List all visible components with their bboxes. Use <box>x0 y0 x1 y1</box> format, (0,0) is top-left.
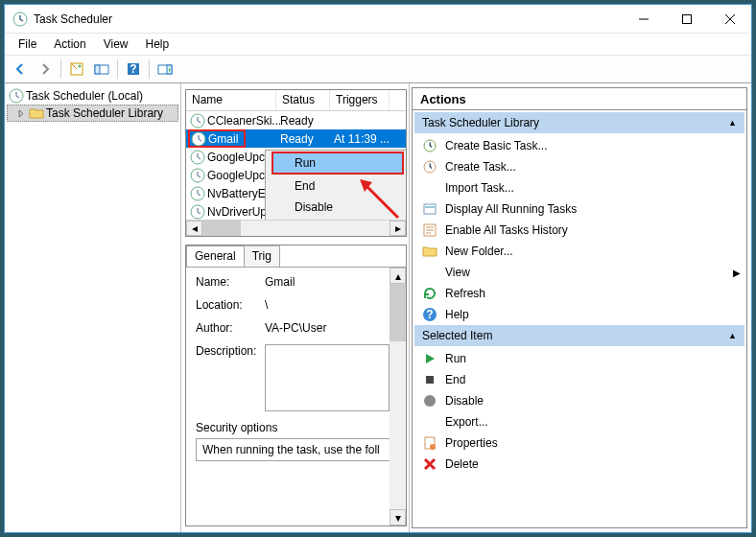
action-view[interactable]: View▶ <box>414 262 744 283</box>
col-name[interactable]: Name <box>186 90 276 110</box>
toolbar-separator <box>149 59 150 79</box>
delete-icon <box>422 456 437 472</box>
svg-text:?: ? <box>426 308 433 321</box>
action-create-basic[interactable]: Create Basic Task... <box>414 135 744 156</box>
action-disable[interactable]: Disable <box>414 390 744 411</box>
maximize-button[interactable] <box>665 5 708 33</box>
running-icon <box>422 201 437 217</box>
name-value: Gmail <box>265 275 400 289</box>
svg-point-3 <box>79 65 82 68</box>
action-create-task[interactable]: Create Task... <box>414 156 744 177</box>
expand-icon[interactable] <box>15 109 27 118</box>
col-status[interactable]: Status <box>276 90 330 110</box>
svg-text:?: ? <box>130 62 136 76</box>
details-panel: General Trig Name: Gmail Location: \ Aut… <box>185 245 407 526</box>
task-list: Name Status Triggers CCleanerSki... Read… <box>185 89 407 237</box>
tab-triggers[interactable]: Trig <box>244 245 280 267</box>
clock-icon <box>191 131 206 147</box>
history-icon <box>422 222 437 238</box>
tab-general[interactable]: General <box>186 245 245 267</box>
tree-library-label: Task Scheduler Library <box>46 106 163 120</box>
svg-rect-20 <box>425 206 435 208</box>
action-pane-button[interactable] <box>154 58 177 81</box>
action-run[interactable]: Run <box>414 348 744 369</box>
menu-help[interactable]: Help <box>138 35 177 53</box>
action-import-task[interactable]: Import Task... <box>414 177 744 198</box>
tab-body: Name: Gmail Location: \ Author: VA-PC\Us… <box>186 267 406 525</box>
action-display-running[interactable]: Display All Running Tasks <box>414 198 744 220</box>
actions-body: Task Scheduler Library ▲ Create Basic Ta… <box>412 110 747 528</box>
table-row-selected[interactable]: Gmail Ready At 11:39 ... <box>186 129 406 148</box>
col-triggers[interactable]: Triggers <box>330 90 390 110</box>
cell-name: Gmail <box>208 132 243 146</box>
action-export[interactable]: Export... <box>414 411 744 432</box>
context-export[interactable]: Export... <box>268 218 406 220</box>
author-label: Author: <box>196 321 265 335</box>
properties-button[interactable] <box>65 58 88 81</box>
table-body: CCleanerSki... Ready Gmail Ready At 11:3… <box>186 111 406 220</box>
collapse-icon: ▲ <box>728 331 737 340</box>
svg-rect-1 <box>682 14 691 23</box>
context-run[interactable]: Run <box>272 152 404 175</box>
refresh-icon <box>422 286 437 301</box>
svg-rect-5 <box>95 65 100 74</box>
svg-point-27 <box>430 444 436 450</box>
action-new-folder[interactable]: New Folder... <box>414 241 744 262</box>
scroll-thumb[interactable] <box>390 284 406 341</box>
scroll-right-icon[interactable]: ▸ <box>390 221 406 236</box>
clock-icon <box>190 204 205 220</box>
svg-rect-24 <box>426 376 434 384</box>
horizontal-scrollbar[interactable]: ◂ ▸ <box>186 220 406 236</box>
actions-section-selected[interactable]: Selected Item ▲ <box>414 325 744 346</box>
table-row[interactable]: CCleanerSki... Ready <box>186 111 406 129</box>
actions-section-library[interactable]: Task Scheduler Library ▲ <box>414 112 744 133</box>
clock-icon <box>190 186 205 201</box>
toolbar-separator <box>60 59 61 79</box>
action-refresh[interactable]: Refresh <box>414 283 744 304</box>
tree-root[interactable]: Task Scheduler (Local) <box>7 87 178 105</box>
context-disable[interactable]: Disable <box>268 197 406 218</box>
svg-point-25 <box>424 395 436 407</box>
action-help[interactable]: ?Help <box>414 304 744 325</box>
import-icon <box>422 180 437 196</box>
action-enable-history[interactable]: Enable All Tasks History <box>414 220 744 241</box>
disable-icon <box>422 393 437 409</box>
menu-view[interactable]: View <box>96 35 136 53</box>
folder-icon <box>29 105 44 121</box>
table-header: Name Status Triggers <box>186 90 406 111</box>
close-button[interactable] <box>708 5 751 33</box>
action-properties[interactable]: Properties <box>414 432 744 454</box>
actions-pane: Actions Task Scheduler Library ▲ Create … <box>410 83 751 532</box>
help-button[interactable]: ? <box>122 58 145 81</box>
description-box[interactable] <box>265 344 390 411</box>
back-button[interactable] <box>9 58 32 81</box>
menu-file[interactable]: File <box>11 35 44 53</box>
submenu-arrow-icon: ▶ <box>733 268 741 278</box>
author-value: VA-PC\User <box>265 321 400 335</box>
show-hide-button[interactable] <box>90 58 113 81</box>
cell-triggers: At 11:39 ... <box>334 132 393 146</box>
vertical-scrollbar[interactable]: ▴ ▾ <box>390 268 406 525</box>
name-label: Name: <box>196 275 265 289</box>
security-text: When running the task, use the foll <box>196 438 400 461</box>
scroll-up-icon[interactable]: ▴ <box>390 268 406 284</box>
forward-button[interactable] <box>34 58 57 81</box>
minimize-button[interactable] <box>622 5 665 33</box>
scroll-thumb[interactable] <box>202 221 241 236</box>
actions-title: Actions <box>412 87 747 110</box>
app-window: Task Scheduler File Action View Help ? T… <box>4 4 752 533</box>
context-end[interactable]: End <box>268 175 406 197</box>
tree-library[interactable]: Task Scheduler Library <box>7 105 178 122</box>
description-label: Description: <box>196 344 265 411</box>
help-icon: ? <box>422 307 437 322</box>
collapse-icon: ▲ <box>728 118 737 128</box>
title-bar: Task Scheduler <box>5 5 751 34</box>
action-end[interactable]: End <box>414 369 744 390</box>
cell-name: CCleanerSki... <box>207 114 280 128</box>
action-delete[interactable]: Delete <box>414 454 744 475</box>
scroll-down-icon[interactable]: ▾ <box>390 509 406 525</box>
scroll-left-icon[interactable]: ◂ <box>186 221 202 236</box>
middle-pane: Name Status Triggers CCleanerSki... Read… <box>181 83 410 532</box>
menu-action[interactable]: Action <box>46 35 93 53</box>
context-menu: Run End Disable Export... Properties Del… <box>265 150 406 220</box>
